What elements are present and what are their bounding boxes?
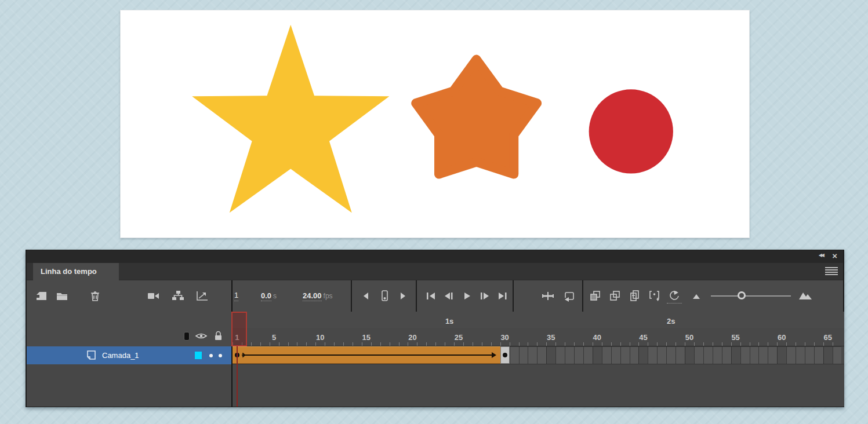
close-panel-icon[interactable]: × (832, 251, 837, 261)
zoom-slider-knob[interactable] (738, 291, 746, 299)
view-tools-group (146, 280, 210, 312)
reset-zoom-icon (668, 290, 681, 302)
playhead-marker-button[interactable] (377, 288, 392, 304)
layers-header-spacer (27, 312, 231, 328)
yellow-star-shape[interactable] (192, 25, 389, 213)
ruler-number: 35 (547, 333, 555, 342)
step-forward-icon (479, 291, 491, 301)
first-frame-icon (425, 291, 437, 301)
ruler-number: 10 (316, 333, 324, 342)
ruler-number: 5 (272, 333, 276, 342)
go-to-last-frame-button[interactable] (495, 288, 510, 304)
timeline-zoom-slider[interactable] (711, 295, 791, 297)
orange-star-shape[interactable] (416, 60, 537, 174)
ruler-number: 1 (235, 333, 239, 342)
ruler-number: 60 (778, 333, 786, 342)
timeline-panel: ◀◀ × Linha do tempo (26, 250, 844, 407)
playhead-icon (379, 290, 390, 302)
zoom-out-timeline-button[interactable] (689, 288, 704, 304)
lock-column-icon[interactable] (213, 331, 223, 341)
ruler-number: 40 (593, 333, 601, 342)
elapsed-time-value[interactable]: 0.0 (261, 291, 271, 301)
onion-skin-icon (589, 290, 602, 302)
tween-arrow (242, 354, 492, 356)
timeline-frame-ruler[interactable]: 15101520253035404550556065 (233, 328, 844, 346)
layers-frames-divider[interactable] (231, 280, 233, 407)
play-button[interactable] (459, 288, 474, 304)
layer-lock-dot[interactable] (219, 354, 222, 357)
stage-artwork (121, 10, 749, 237)
next-keyframe-button[interactable] (395, 288, 411, 304)
center-frame-icon (542, 290, 554, 302)
start-keyframe-dot (235, 353, 239, 357)
new-layer-button[interactable] (34, 288, 49, 304)
layer-name[interactable]: Camada_1 (102, 351, 195, 360)
layer-tools-group (34, 280, 103, 312)
ruler-number: 65 (824, 333, 832, 342)
frame-rate-value[interactable]: 24.00 (303, 291, 322, 301)
ruler-number: 45 (639, 333, 647, 342)
add-camera-button[interactable] (146, 288, 161, 304)
collapse-panel-icon[interactable]: ◀◀ (819, 253, 823, 258)
timeline-toolbar: 1 0.0 s 24.00 fps (27, 280, 843, 312)
ruler-number: 50 (685, 333, 693, 342)
camera-icon (147, 290, 161, 302)
go-to-first-frame-button[interactable] (423, 288, 438, 304)
loop-playback-button[interactable] (561, 288, 576, 304)
visibility-column-eye-icon[interactable] (195, 331, 208, 341)
classic-tween-span[interactable] (233, 346, 500, 364)
layer-row-camada-1[interactable]: Camada_1 (27, 346, 231, 364)
zoom-out-icon (691, 291, 702, 301)
modify-markers-icon (648, 290, 662, 302)
frames-panel-empty-area (233, 364, 844, 407)
onion-skin-outlines-button[interactable] (608, 288, 623, 304)
edit-multiple-frames-button[interactable] (627, 288, 642, 304)
graph-editor-button[interactable] (195, 288, 210, 304)
zoom-in-timeline-button[interactable] (798, 288, 813, 304)
end-keyframe-dot (503, 353, 507, 357)
second-marker-label: 2s (667, 317, 675, 326)
delete-layer-button[interactable] (88, 288, 103, 304)
elapsed-time-readout: 0.0 s (261, 280, 277, 312)
tab-linha-do-tempo[interactable]: Linha do tempo (33, 263, 119, 280)
layer-color-swatch[interactable] (195, 352, 202, 359)
panel-tab-bar: Linha do tempo (27, 263, 843, 280)
toolbar-separator (513, 280, 514, 312)
new-folder-icon (56, 290, 68, 302)
center-frame-button[interactable] (540, 288, 555, 304)
zoom-group (667, 280, 813, 312)
step-back-button[interactable] (441, 288, 456, 304)
panel-menu-icon[interactable] (825, 267, 838, 276)
last-frame-icon (497, 291, 509, 301)
ruler-number: 55 (731, 333, 739, 342)
modify-markers-button[interactable] (647, 288, 662, 304)
trash-icon (89, 290, 101, 302)
timeline-seconds-ruler[interactable]: 1s2s (233, 312, 844, 328)
layers-header (27, 328, 231, 346)
onion-skin-outlines-icon (609, 290, 622, 302)
reset-timeline-zoom-button[interactable] (667, 288, 682, 304)
frame-rate-unit: fps (324, 292, 333, 300)
stage-canvas[interactable] (120, 10, 750, 238)
current-frame-value[interactable]: 1 (234, 291, 238, 301)
prev-keyframe-button[interactable] (358, 288, 373, 304)
outline-color-column-icon[interactable] (184, 332, 190, 341)
second-marker-label: 1s (445, 317, 453, 326)
prev-keyframe-icon (361, 291, 371, 301)
ruler-number: 25 (455, 333, 463, 342)
ruler-number: 30 (500, 333, 509, 342)
step-forward-button[interactable] (477, 288, 492, 304)
ruler-number: 20 (408, 333, 416, 342)
panel-title-strip: ◀◀ × (27, 250, 843, 263)
play-icon (462, 291, 472, 301)
new-folder-button[interactable] (55, 288, 70, 304)
layer-visibility-dot[interactable] (209, 354, 213, 357)
layer-frames-row[interactable] (233, 346, 844, 364)
end-keyframe-cell[interactable] (500, 346, 510, 364)
parenting-icon (171, 290, 185, 302)
zoom-in-icon (798, 290, 813, 302)
onion-skin-button[interactable] (588, 288, 603, 304)
red-circle-shape[interactable] (589, 89, 673, 173)
toolbar-separator (582, 280, 583, 312)
show-parenting-button[interactable] (170, 288, 186, 304)
